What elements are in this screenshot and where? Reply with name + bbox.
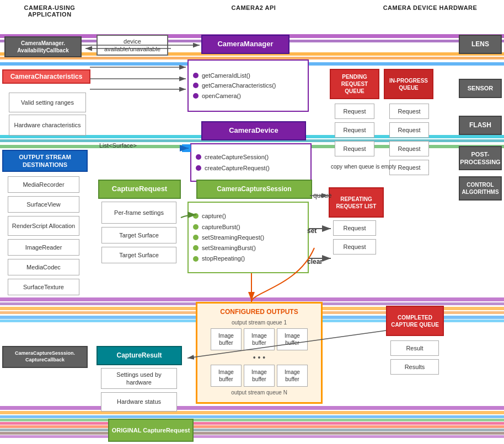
- camera-manager-box: CameraManager: [201, 35, 289, 54]
- image-buffer-4: Image buffer: [211, 365, 242, 387]
- svg-rect-16: [0, 415, 504, 418]
- settings-used-by-hardware: Settings used by hardware: [101, 368, 177, 389]
- capture-request-box: CaptureRequest: [98, 180, 181, 199]
- capture-result-box: CaptureResult: [96, 346, 182, 365]
- dots-label: • • •: [253, 353, 265, 362]
- image-buffer-6: Image buffer: [277, 365, 308, 387]
- svg-rect-14: [0, 406, 504, 410]
- result-2: Results: [390, 359, 439, 375]
- create-capture-session: createCaptureSession(): [205, 153, 269, 161]
- queue-label: queue: [313, 192, 331, 199]
- pending-request-queue: PENDING REQUEST QUEUE: [330, 69, 379, 99]
- output-stream-n-label: output stream queue N: [231, 389, 287, 396]
- diagram-container: CAMERA-USING APPLICATION CAMERA2 API CAM…: [0, 0, 504, 444]
- repeating-request-list: REPEATING REQUEST LIST: [329, 187, 384, 218]
- image-buffer-5: Image buffer: [244, 365, 275, 387]
- pending-request-2: Request: [335, 122, 374, 138]
- hardware-status: Hardware status: [101, 392, 177, 411]
- set-streaming-method: setStreamingRequest(): [202, 234, 264, 241]
- per-frame-settings: Per-frame settings: [101, 202, 176, 224]
- post-processing-box: POST- PROCESSING: [459, 146, 502, 170]
- svg-rect-17: [0, 419, 504, 421]
- camera-manager-methods: getCameraIdList() getCameraCharacteristi…: [187, 59, 309, 112]
- lens-box: LENS: [459, 35, 502, 54]
- media-recorder: MediaRecorder: [8, 176, 79, 193]
- result-1: Result: [390, 340, 439, 356]
- set-label: set: [307, 227, 317, 235]
- svg-rect-15: [0, 411, 504, 414]
- render-script: RenderScript Allocation: [8, 216, 79, 236]
- media-codec: MediaCodec: [8, 259, 79, 275]
- control-algorithms-box: CONTROL ALGORITHMS: [459, 176, 502, 201]
- in-progress-request-1: Request: [389, 104, 429, 119]
- pending-request-1: Request: [335, 104, 374, 119]
- repeating-request-1: Request: [333, 220, 376, 236]
- sensor-box: SENSOR: [459, 79, 502, 98]
- in-progress-request-3: Request: [389, 141, 429, 156]
- col-header-api: CAMERA2 API: [199, 4, 309, 11]
- target-surface-1: Target Surface: [101, 227, 176, 243]
- copy-label: copy when queue is empty: [331, 163, 396, 170]
- camera-manager-availability: CameraManager. AvailabilityCallback: [4, 36, 82, 57]
- surface-view: SurfaceView: [8, 196, 79, 213]
- camera-characteristics-box: CameraCharacteristics: [2, 69, 90, 84]
- device-available-box: device available/unavailable: [96, 35, 168, 56]
- camera-device-methods: createCaptureSession() createCaptureRequ…: [190, 143, 312, 182]
- configured-outputs-box: CONFIGURED OUTPUTS output stream queue 1…: [196, 302, 323, 404]
- image-reader: ImageReader: [8, 239, 79, 256]
- svg-rect-21: [0, 432, 504, 435]
- list-surface-label: List<Surface>: [99, 142, 137, 149]
- svg-rect-18: [0, 422, 504, 425]
- original-capture-request: ORIGINAL CaptureRequest: [108, 419, 194, 442]
- col-header-hw: CAMERA DEVICE HARDWARE: [358, 4, 502, 11]
- svg-rect-22: [0, 435, 504, 438]
- completed-capture-queue: COMPLETED CAPTURE QUEUE: [386, 306, 444, 336]
- valid-setting-ranges: Valid setting ranges: [9, 93, 86, 112]
- pending-request-3: Request: [335, 141, 374, 156]
- configured-outputs-title: CONFIGURED OUTPUTS: [202, 308, 317, 317]
- surface-texture: SurfaceTexture: [8, 279, 79, 295]
- image-buffer-1: Image buffer: [211, 328, 242, 350]
- camera-capture-session-box: CameraCaptureSession: [196, 180, 312, 199]
- get-camera-chars-method: getCameraCharacteristics(): [202, 82, 276, 89]
- col-header-app: CAMERA-USING APPLICATION: [6, 4, 94, 18]
- svg-rect-8: [0, 297, 504, 301]
- image-buffer-3: Image buffer: [277, 328, 308, 350]
- flash-box: FLASH: [459, 116, 502, 135]
- svg-rect-20: [0, 429, 504, 431]
- repeating-request-2: Request: [333, 239, 376, 255]
- in-progress-queue: IN-PROGRESS QUEUE: [384, 69, 433, 99]
- output-stream-destinations: OUTPUT STREAM DESTINATIONS: [2, 150, 88, 172]
- capture-method: capture(): [202, 212, 226, 220]
- image-buffer-2: Image buffer: [244, 328, 275, 350]
- capture-methods-box: capture() captureBurst() setStreamingReq…: [187, 202, 309, 273]
- svg-rect-19: [0, 425, 504, 428]
- capture-session-callback: CameraCaptureSesssion. CaptureCallback: [2, 346, 88, 368]
- create-capture-request: createCaptureRequest(): [205, 164, 270, 172]
- camera-device-box: CameraDevice: [201, 121, 306, 140]
- clear-label: clear: [307, 258, 323, 266]
- hardware-characteristics: Hardware characteristics: [9, 115, 86, 136]
- open-camera-method: openCamera(): [202, 92, 241, 100]
- stop-repeating-method: stopRepeating(): [202, 255, 245, 262]
- capture-burst-method: captureBurst(): [202, 223, 240, 231]
- output-stream-1-label: output stream queue 1: [232, 319, 287, 326]
- set-streaming-burst-method: setStreamingBurst(): [202, 244, 256, 252]
- target-surface-2: Target Surface: [101, 247, 176, 263]
- in-progress-request-2: Request: [389, 122, 429, 138]
- get-camera-id-method: getCameraIdList(): [202, 72, 250, 79]
